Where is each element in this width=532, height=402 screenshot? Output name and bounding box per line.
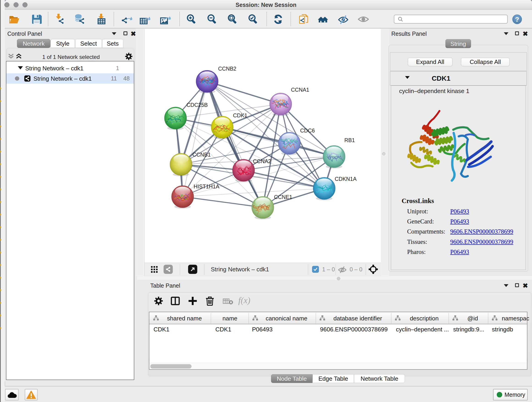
svg-text:CCNA1: CCNA1 xyxy=(291,87,309,93)
svg-text:CCNB1: CCNB1 xyxy=(192,152,211,158)
svg-text:HIST1H1A: HIST1H1A xyxy=(194,184,220,190)
svg-text:CDKN1A: CDKN1A xyxy=(335,176,357,182)
svg-text:CCNA2: CCNA2 xyxy=(253,158,271,164)
svg-text:CDC6: CDC6 xyxy=(300,128,315,134)
svg-text:CDK1: CDK1 xyxy=(233,113,247,119)
svg-text:CCNE1: CCNE1 xyxy=(274,194,292,200)
svg-text:CDC25B: CDC25B xyxy=(186,102,208,108)
svg-text:RB1: RB1 xyxy=(344,137,355,143)
svg-text:CCNB2: CCNB2 xyxy=(218,66,236,72)
svg-text:?: ? xyxy=(515,16,519,23)
